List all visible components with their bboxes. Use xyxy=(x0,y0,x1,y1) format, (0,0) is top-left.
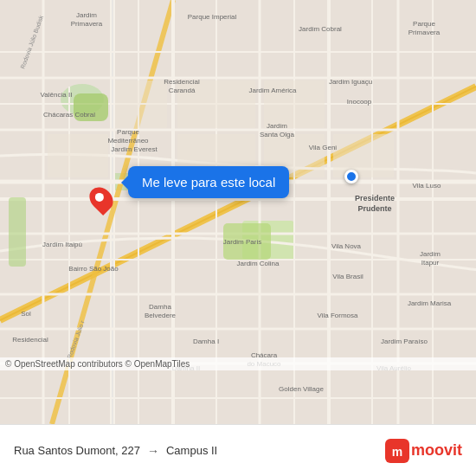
svg-text:Residencial: Residencial xyxy=(12,336,48,344)
moovit-icon: m xyxy=(385,439,409,463)
svg-text:Primavera: Primavera xyxy=(408,29,441,36)
moovit-logo: m moovit xyxy=(385,439,462,463)
svg-rect-38 xyxy=(48,134,108,177)
svg-text:Jardim Colina: Jardim Colina xyxy=(237,260,280,267)
svg-text:Jardim: Jardim xyxy=(76,11,97,19)
svg-text:Jardim Iguaçu: Jardim Iguaçu xyxy=(329,78,372,86)
bottom-bar: Rua Santos Dumont, 227 → Campus II m moo… xyxy=(0,424,476,476)
map-tooltip[interactable]: Me leve para este local xyxy=(128,166,289,198)
svg-text:Damha I: Damha I xyxy=(193,338,219,345)
svg-text:Jardim Paris: Jardim Paris xyxy=(223,238,261,246)
svg-text:Carandá: Carandá xyxy=(169,87,196,94)
svg-text:Parque: Parque xyxy=(117,128,139,136)
svg-text:Parque: Parque xyxy=(413,20,435,28)
svg-text:Golden Village: Golden Village xyxy=(279,385,324,393)
copyright-bar: © OpenStreetMap contributors © OpenMapTi… xyxy=(0,357,476,370)
blue-location-marker xyxy=(344,170,358,183)
svg-text:Bairro São João: Bairro São João xyxy=(68,265,119,273)
svg-text:Itapur: Itapur xyxy=(421,259,440,267)
svg-text:Vila Brasil: Vila Brasil xyxy=(332,273,363,280)
route-arrow: → xyxy=(147,444,159,458)
location-pin xyxy=(91,186,112,212)
svg-text:Jardim: Jardim xyxy=(420,250,441,258)
svg-rect-41 xyxy=(333,134,394,177)
svg-text:Chácaras Cobral: Chácaras Cobral xyxy=(43,111,95,119)
svg-text:Sol: Sol xyxy=(21,310,31,318)
svg-text:Vila Nova: Vila Nova xyxy=(331,242,362,250)
svg-text:Damha: Damha xyxy=(149,303,171,311)
svg-text:Parque Imperial: Parque Imperial xyxy=(188,13,237,21)
route-destination: Campus II xyxy=(166,444,217,457)
moovit-text: moovit xyxy=(411,441,462,460)
svg-text:Residencial: Residencial xyxy=(164,78,200,86)
svg-text:Santa Olga: Santa Olga xyxy=(260,131,295,138)
svg-text:Jardim Marisa: Jardim Marisa xyxy=(408,299,452,307)
svg-rect-34 xyxy=(9,197,26,267)
route-info: Rua Santos Dumont, 227 → Campus II xyxy=(14,444,385,458)
route-origin: Rua Santos Dumont, 227 xyxy=(14,444,140,457)
svg-rect-35 xyxy=(115,80,167,128)
map-container: Jardim Primavera Parque Imperial Jardim … xyxy=(0,0,476,424)
svg-text:Jardim Paraíso: Jardim Paraíso xyxy=(381,338,428,345)
svg-text:Primavera: Primavera xyxy=(71,20,103,28)
svg-text:Valência II: Valência II xyxy=(41,91,73,99)
svg-text:Vila Luso: Vila Luso xyxy=(413,182,441,190)
svg-text:Vila Geni: Vila Geni xyxy=(309,144,338,151)
svg-text:Jardim Itaipú: Jardim Itaipú xyxy=(42,241,82,248)
svg-text:Jardim Cobral: Jardim Cobral xyxy=(299,25,342,33)
svg-text:Vila Formosa: Vila Formosa xyxy=(318,312,359,319)
svg-text:Jardim Everest: Jardim Everest xyxy=(111,145,158,153)
svg-text:Jardim: Jardim xyxy=(267,122,287,130)
svg-text:Presidente: Presidente xyxy=(355,194,395,203)
svg-text:m: m xyxy=(392,445,402,459)
svg-text:Mediterrâneo: Mediterrâneo xyxy=(107,137,149,145)
svg-text:Jardim América: Jardim América xyxy=(248,87,297,94)
tooltip-text: Me leve para este local xyxy=(142,175,275,190)
svg-text:Inocoop: Inocoop xyxy=(347,98,372,106)
svg-text:Belvedere: Belvedere xyxy=(145,312,177,319)
copyright-text: © OpenStreetMap contributors © OpenMapTi… xyxy=(5,359,190,369)
svg-text:Prudente: Prudente xyxy=(357,204,391,213)
